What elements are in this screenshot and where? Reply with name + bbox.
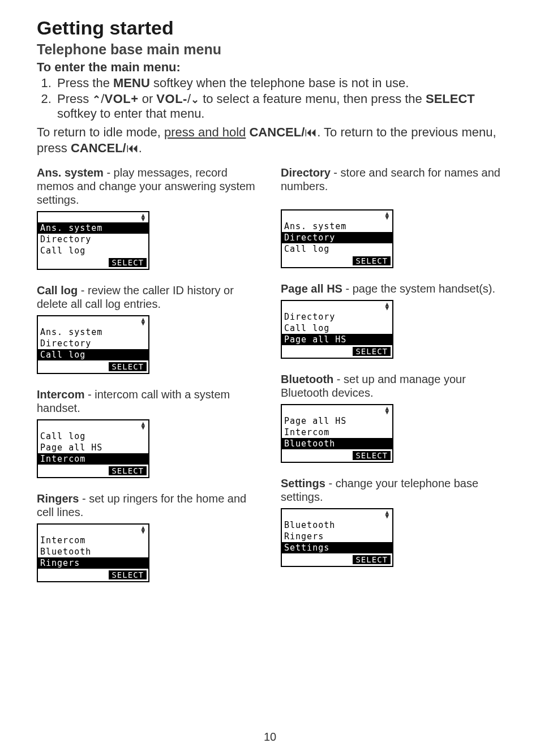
- directory-desc: Directory - store and search for names a…: [281, 166, 503, 193]
- lcd-page-all-hs: ▲▼ Directory Call log Page all HS SELECT: [281, 300, 393, 359]
- call-log-desc: Call log - review the caller ID history …: [37, 284, 259, 311]
- list-item: Directory: [38, 338, 148, 349]
- list-item: Page all HS: [282, 415, 392, 427]
- scroll-icon: ▲▼: [141, 317, 145, 325]
- subsection-title: To enter the main menu:: [37, 60, 503, 75]
- list-item: Bluetooth: [282, 438, 392, 449]
- page-all-hs-desc: Page all HS - page the system handset(s)…: [281, 282, 503, 295]
- list-item: Call log: [38, 245, 148, 256]
- list-item: Ans. system: [38, 327, 148, 338]
- return-note: To return to idle mode, press and hold C…: [37, 124, 503, 156]
- list-item: Call log: [38, 349, 148, 360]
- instruction-2: Press ⌃/VOL+ or VOL-/⌄ to select a featu…: [55, 92, 503, 121]
- rewind-icon: ⏮: [126, 141, 139, 155]
- select-softkey: SELECT: [109, 466, 147, 475]
- lcd-ringers: ▲▼ Intercom Bluetooth Ringers SELECT: [37, 523, 149, 582]
- page-number: 10: [0, 731, 540, 744]
- list-item: Ringers: [38, 557, 148, 569]
- rewind-icon: ⏮: [305, 125, 317, 139]
- list-item: Intercom: [282, 427, 392, 438]
- list-item: Ans. system: [282, 221, 392, 232]
- scroll-icon: ▲▼: [141, 422, 145, 429]
- lcd-directory: ▲▼ Ans. system Directory Call log SELECT: [281, 209, 393, 268]
- ans-system-desc: Ans. system - play messages, record memo…: [37, 166, 259, 207]
- select-softkey: SELECT: [109, 258, 147, 267]
- scroll-icon: ▲▼: [385, 510, 389, 518]
- lcd-bluetooth: ▲▼ Page all HS Intercom Bluetooth SELECT: [281, 404, 393, 463]
- list-item: Call log: [282, 243, 392, 255]
- settings-desc: Settings - change your telephone base se…: [281, 476, 503, 504]
- select-softkey: SELECT: [353, 256, 391, 265]
- list-item: Intercom: [38, 535, 148, 546]
- instruction-1: Press the MENU softkey when the telephon…: [55, 76, 503, 91]
- down-arrow-icon: ⌄: [191, 94, 199, 105]
- section-title: Telephone base main menu: [37, 41, 503, 58]
- select-softkey: SELECT: [353, 555, 391, 564]
- select-softkey: SELECT: [353, 347, 391, 356]
- list-item: Bluetooth: [282, 519, 392, 531]
- select-softkey: SELECT: [109, 362, 147, 371]
- scroll-icon: ▲▼: [385, 406, 389, 414]
- list-item: Call log: [38, 431, 148, 442]
- intercom-desc: Intercom - intercom call with a system h…: [37, 388, 259, 415]
- list-item: Intercom: [38, 453, 148, 465]
- select-softkey: SELECT: [353, 451, 391, 460]
- scroll-icon: ▲▼: [141, 526, 145, 534]
- list-item: Settings: [282, 542, 392, 553]
- list-item: Page all HS: [38, 442, 148, 453]
- list-item: Directory: [38, 234, 148, 245]
- scroll-icon: ▲▼: [385, 302, 389, 310]
- scroll-icon: ▲▼: [141, 213, 145, 221]
- select-softkey: SELECT: [109, 570, 147, 579]
- list-item: Directory: [282, 311, 392, 323]
- up-arrow-icon: ⌃: [92, 94, 101, 105]
- list-item: Bluetooth: [38, 546, 148, 557]
- ringers-desc: Ringers - set up ringers for the home an…: [37, 492, 259, 519]
- lcd-settings: ▲▼ Bluetooth Ringers Settings SELECT: [281, 508, 393, 567]
- page-title: Getting started: [37, 17, 503, 39]
- scroll-icon: ▲▼: [385, 212, 389, 220]
- lcd-ans-system: ▲▼ Ans. system Directory Call log SELECT: [37, 211, 149, 270]
- list-item: Ans. system: [38, 222, 148, 234]
- lcd-intercom: ▲▼ Call log Page all HS Intercom SELECT: [37, 419, 149, 478]
- bluetooth-desc: Bluetooth - set up and manage your Bluet…: [281, 372, 503, 400]
- list-item: Directory: [282, 232, 392, 243]
- list-item: Page all HS: [282, 334, 392, 345]
- list-item: Call log: [282, 323, 392, 334]
- list-item: Ringers: [282, 531, 392, 542]
- lcd-call-log: ▲▼ Ans. system Directory Call log SELECT: [37, 315, 149, 374]
- instruction-list: Press the MENU softkey when the telephon…: [37, 76, 503, 121]
